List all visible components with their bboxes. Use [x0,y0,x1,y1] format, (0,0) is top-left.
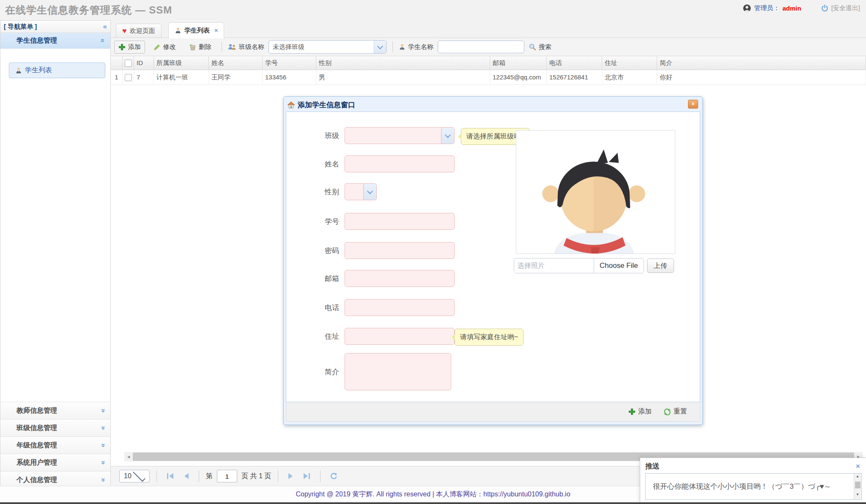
page-label-after: 页 共 1 页 [241,472,271,481]
col-header-phone[interactable]: 电话 [547,56,602,70]
chevron-down-icon: « [94,409,111,412]
address-tooltip-text: 请填写家庭住址哟~ [460,333,518,342]
col-header-class[interactable]: 所属班级 [154,56,209,70]
address-input[interactable] [345,328,455,345]
power-icon[interactable] [821,5,828,12]
tabs-bar: ♥ 欢迎页面 学生列表 × [111,20,866,38]
rownum-cell: 1 [111,70,123,85]
chevron-down-icon[interactable] [363,184,376,200]
table-header: ID 所属班级 姓名 学号 性别 邮箱 电话 住址 简介 [111,56,866,70]
dialog-close-button[interactable]: × [688,100,698,109]
col-header-address[interactable]: 住址 [602,56,657,70]
sidebar-panel-grade-info[interactable]: 年级信息管理 « [0,436,110,454]
add-button[interactable]: 添加 [114,41,145,54]
select-all-checkbox[interactable] [125,60,132,67]
class-name-label-group: 班级名称 [228,43,264,51]
scroll-down-icon[interactable]: ▼ [854,493,861,499]
sidebar-panel-student-info[interactable]: 学生信息管理 « [0,33,110,49]
page-size-select[interactable]: 10 [119,470,150,482]
last-page-button[interactable] [300,473,313,479]
role-label: 管理员： [754,4,779,12]
class-combobox[interactable] [345,127,455,144]
dialog-body: 班级 请选择所属班级哟~ 姓名 性别 [286,112,700,402]
header-user-area: 管理员： admin [安全退出] [743,4,860,12]
pencil-icon [153,44,161,51]
tab-label: 欢迎页面 [130,27,155,35]
sidebar-panel-body: 学生列表 [0,49,110,402]
chevron-down-icon[interactable] [374,41,386,53]
cell-phone: 15267126841 [547,70,602,85]
name-input[interactable] [345,155,455,172]
col-header-id[interactable]: ID [134,56,154,70]
scroll-up-icon[interactable]: ▲ [854,474,861,480]
intro-textarea[interactable] [345,353,451,390]
chevron-down-icon: « [94,443,111,447]
dialog-title: 添加学生信息窗口 [298,100,355,110]
next-page-button[interactable] [285,473,296,479]
photo-upload-row: Choose File 上传 [514,258,674,273]
scroll-left-icon[interactable]: ◀ [124,452,133,461]
col-header-name[interactable]: 姓名 [209,56,263,70]
scrollbar-thumb[interactable] [855,482,861,488]
cell-address: 北京市 [602,70,657,85]
page-number-input[interactable] [217,470,237,482]
file-name-input[interactable] [514,259,594,273]
dialog-add-button[interactable]: 添加 [628,407,652,416]
logout-link[interactable]: [安全退出] [831,4,860,12]
edit-button[interactable]: 修改 [149,41,180,54]
col-header-intro[interactable]: 简介 [657,56,866,70]
add-student-dialog: 添加学生信息窗口 × 班级 请选择所属班级哟~ 姓名 [283,96,703,425]
sidebar-panel-system-users[interactable]: 系统用户管理 « [0,454,110,471]
field-row-name: 姓名 [310,155,455,172]
first-page-button[interactable] [164,473,177,479]
chevron-down-icon: « [94,478,111,482]
table-row[interactable]: 1 7 计算机一班 王同学 133456 男 122345@qq.com 152… [111,70,866,85]
dialog-header[interactable]: 添加学生信息窗口 [286,98,700,112]
tab-close-icon[interactable]: × [214,27,218,34]
tab-welcome[interactable]: ♥ 欢迎页面 [116,24,162,38]
row-checkbox[interactable] [125,74,132,81]
file-input[interactable]: Choose File [514,258,644,273]
email-input[interactable] [345,270,455,287]
phone-label: 电话 [310,303,339,313]
prev-page-button[interactable] [181,473,192,479]
delete-label: 删除 [199,43,211,51]
tab-student-list[interactable]: 学生列表 × [168,22,224,38]
chevron-down-icon[interactable] [441,128,454,144]
col-header-number[interactable]: 学号 [263,56,316,70]
vertical-scrollbar[interactable]: ▲ ▼ [854,474,861,499]
sidebar-panel-class-info[interactable]: 班级信息管理 « [0,419,110,436]
chevron-down-icon: « [94,426,111,430]
upload-button[interactable]: 上传 [647,259,674,273]
number-input[interactable] [345,213,455,230]
dialog-reset-button[interactable]: 重置 [663,407,687,416]
pagination-separator [156,470,157,482]
user-group-icon [228,44,236,50]
col-header-email[interactable]: 邮箱 [490,56,547,70]
phone-input[interactable] [345,299,455,316]
name-label: 姓名 [310,159,339,169]
password-input[interactable] [345,242,455,259]
collapse-sidebar-icon[interactable]: « [103,21,107,33]
push-close-icon[interactable]: × [856,462,860,471]
refresh-icon[interactable] [330,472,337,480]
push-message: 很开心你能体现这个小小小项目哟！（づ￣3￣）づ╭♥～ [646,474,854,499]
col-header-gender[interactable]: 性别 [316,56,490,70]
choose-file-button[interactable]: Choose File [594,259,644,273]
search-button[interactable]: 搜索 [529,43,551,51]
class-name-label: 班级名称 [239,43,264,51]
cell-email: 122345@qq.com [490,70,547,85]
bottom-strip [0,502,866,504]
class-select[interactable]: 未选择班级 [269,40,386,54]
sidebar-item-student-list[interactable]: 学生列表 [9,63,105,78]
panel-label: 班级信息管理 [16,420,57,436]
tooltip-arrow [452,334,455,340]
gender-combobox[interactable] [345,183,377,200]
intro-label: 简介 [310,367,339,377]
tab-label: 学生列表 [184,27,210,35]
search-icon [529,43,536,51]
add-label: 添加 [128,43,141,51]
delete-button[interactable]: 删除 [184,41,216,54]
sidebar-panel-teacher-info[interactable]: 教师信息管理 « [0,402,110,419]
student-name-input[interactable] [438,41,524,53]
